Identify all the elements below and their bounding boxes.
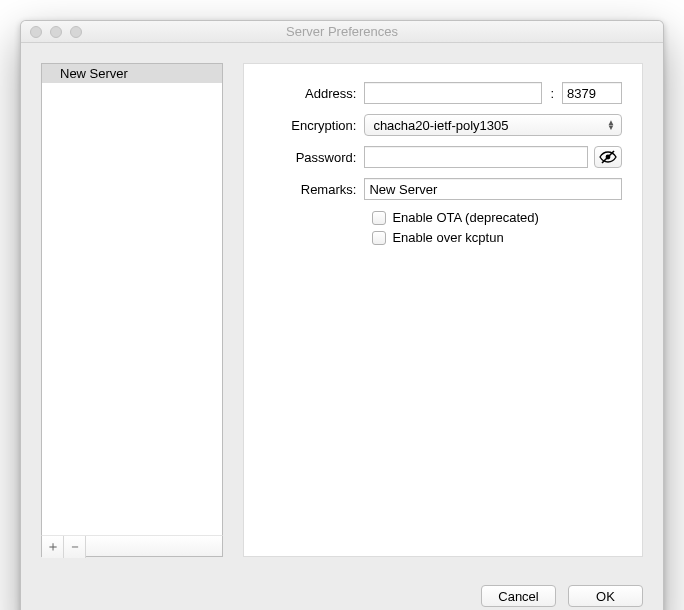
row-remarks: Remarks: bbox=[254, 178, 622, 200]
zoom-icon[interactable] bbox=[70, 26, 82, 38]
address-label: Address: bbox=[254, 86, 364, 101]
chevron-updown-icon: ▲▼ bbox=[607, 120, 615, 130]
traffic-lights bbox=[21, 26, 82, 38]
add-remove-bar: ＋ － bbox=[41, 535, 223, 557]
plus-icon: ＋ bbox=[46, 538, 60, 556]
server-list[interactable]: New Server bbox=[41, 63, 223, 535]
row-enable-ota: Enable OTA (deprecated) bbox=[254, 210, 622, 225]
port-input[interactable] bbox=[562, 82, 622, 104]
detail-panel: Address: : Encryption: chacha20-ietf-pol… bbox=[243, 63, 643, 557]
enable-ota-checkbox[interactable] bbox=[372, 211, 386, 225]
row-enable-kcptun: Enable over kcptun bbox=[254, 230, 622, 245]
server-sidebar: New Server ＋ － bbox=[41, 63, 223, 557]
remarks-label: Remarks: bbox=[254, 182, 364, 197]
ok-button[interactable]: OK bbox=[568, 585, 643, 607]
eye-slash-icon bbox=[599, 150, 617, 164]
enable-kcptun-label: Enable over kcptun bbox=[392, 230, 503, 245]
minimize-icon[interactable] bbox=[50, 26, 62, 38]
list-item[interactable]: New Server bbox=[42, 64, 222, 83]
minus-icon: － bbox=[68, 538, 82, 556]
password-input[interactable] bbox=[364, 146, 588, 168]
row-password: Password: bbox=[254, 146, 622, 168]
enable-kcptun-checkbox[interactable] bbox=[372, 231, 386, 245]
add-server-button[interactable]: ＋ bbox=[42, 536, 64, 558]
address-input[interactable] bbox=[364, 82, 542, 104]
window-title: Server Preferences bbox=[21, 24, 663, 39]
password-label: Password: bbox=[254, 150, 364, 165]
address-port-separator: : bbox=[548, 86, 556, 101]
content-area: New Server ＋ － Address: : bbox=[21, 43, 663, 577]
row-address: Address: : bbox=[254, 82, 622, 104]
enable-ota-label: Enable OTA (deprecated) bbox=[392, 210, 538, 225]
row-encryption: Encryption: chacha20-ietf-poly1305 ▲▼ bbox=[254, 114, 622, 136]
toolbar-spacer bbox=[86, 536, 222, 556]
remove-server-button[interactable]: － bbox=[64, 536, 86, 558]
cancel-button[interactable]: Cancel bbox=[481, 585, 556, 607]
toggle-password-visibility-button[interactable] bbox=[594, 146, 622, 168]
titlebar: Server Preferences bbox=[21, 21, 663, 43]
dialog-footer: Cancel OK bbox=[21, 577, 663, 610]
close-icon[interactable] bbox=[30, 26, 42, 38]
preferences-window: Server Preferences New Server ＋ － Addres… bbox=[20, 20, 664, 610]
encryption-label: Encryption: bbox=[254, 118, 364, 133]
encryption-value: chacha20-ietf-poly1305 bbox=[373, 118, 508, 133]
remarks-input[interactable] bbox=[364, 178, 622, 200]
encryption-select[interactable]: chacha20-ietf-poly1305 ▲▼ bbox=[364, 114, 622, 136]
